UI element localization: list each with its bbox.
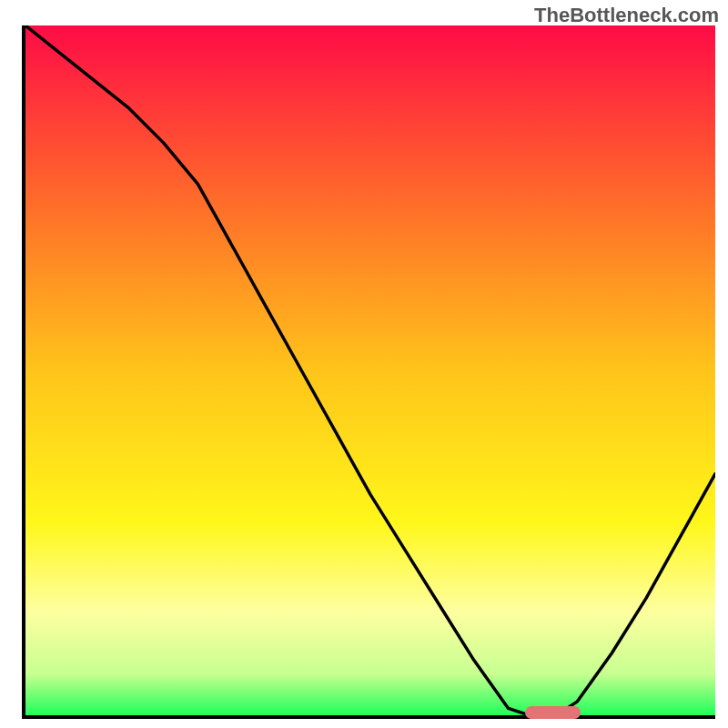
watermark-text: TheBottleneck.com <box>534 4 719 27</box>
optimal-range-marker <box>525 706 581 719</box>
chart-curve <box>25 25 715 715</box>
chart-plot-area <box>22 25 715 719</box>
